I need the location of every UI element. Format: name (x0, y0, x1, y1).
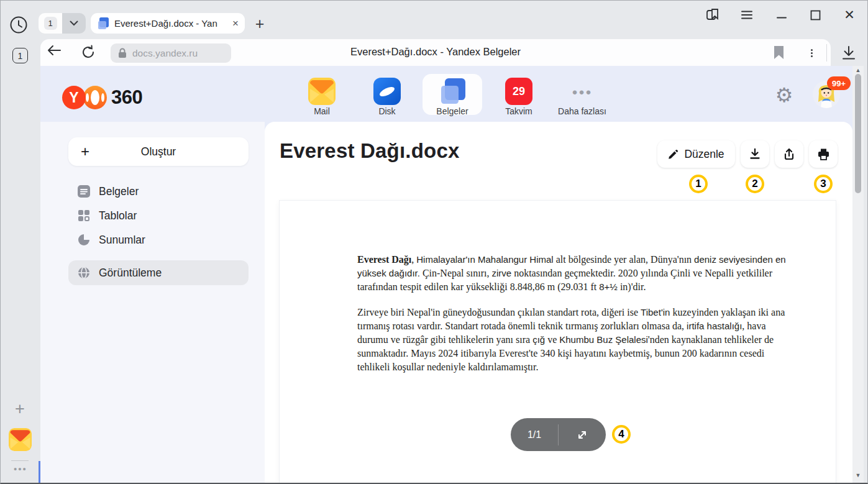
settings-gear-icon[interactable]: ⚙ (774, 84, 795, 106)
edit-button[interactable]: Düzenle (657, 140, 735, 168)
nav-item-more[interactable]: ●●● Daha fazlası (552, 74, 612, 115)
tab-group-count[interactable]: 1 (39, 13, 62, 34)
strip-divider (11, 460, 29, 461)
create-button[interactable]: + Oluştur (68, 137, 249, 166)
paragraph-2: Zirveye biri Nepal'in güneydoğusundan çı… (357, 306, 798, 374)
domain-chip[interactable]: docs.yandex.ru (111, 43, 231, 63)
y360-o-icon (83, 86, 107, 109)
bookmarks-panel-icon[interactable] (705, 7, 721, 23)
nav-item-mail[interactable]: Mail (292, 74, 352, 115)
downloads-icon[interactable] (841, 45, 858, 62)
sidebar-item-sunumlar[interactable]: Sunumlar (68, 227, 249, 252)
history-icon[interactable] (9, 16, 28, 34)
nav-item-belgeler[interactable]: Belgeler (423, 74, 482, 115)
notification-badge: 99+ (827, 76, 851, 90)
page-indicator: 1/1 (511, 429, 558, 441)
download-icon (749, 148, 761, 160)
reload-icon[interactable] (81, 45, 98, 61)
document-list-icon (78, 185, 90, 198)
globe-icon (78, 267, 90, 279)
page-indicator-pill[interactable]: 1/1 (511, 418, 606, 451)
printer-icon (817, 148, 830, 161)
sidebar-item-tablolar[interactable]: Tablolar (68, 203, 249, 228)
browser-actions-icon[interactable] (806, 45, 817, 61)
tab-group-expand[interactable] (62, 13, 86, 34)
strip-more-icon[interactable]: ••• (11, 463, 30, 474)
active-tab[interactable]: Everest+Dağı.docx - Yan × (91, 13, 245, 34)
page-scrollbar[interactable]: ▲ ▼ (852, 66, 864, 483)
back-icon[interactable] (47, 45, 63, 61)
pie-chart-icon (78, 234, 90, 246)
logo-suffix: 360 (111, 86, 142, 109)
new-tab-button[interactable]: + (251, 15, 268, 32)
calendar-icon: 29 (505, 78, 532, 105)
page-title: Everest Dağı.docx (280, 139, 460, 163)
tab-title: Everest+Dağı.docx - Yan (114, 18, 227, 29)
minimize-button[interactable] (774, 7, 790, 23)
addr-divider (826, 44, 827, 62)
window-close-button[interactable]: ✕ (841, 7, 857, 23)
documents-icon (439, 78, 466, 105)
disk-icon (373, 78, 401, 105)
paragraph-1: Everest Dağı, Himalayalar'ın Mahalangur … (357, 253, 798, 294)
scroll-down-icon[interactable]: ▼ (852, 472, 864, 478)
sidebar-item-belgeler[interactable]: Belgeler (68, 179, 249, 204)
pencil-icon (668, 149, 678, 160)
scroll-up-icon[interactable]: ▲ (852, 67, 864, 73)
document-favicon (97, 17, 109, 30)
table-grid-icon (78, 209, 90, 222)
sidebar-tab-counter[interactable]: 1 (12, 48, 28, 63)
share-icon (783, 148, 795, 160)
sidebar-add-icon[interactable]: + (11, 400, 29, 418)
download-button[interactable] (741, 140, 769, 168)
maximize-button[interactable] (807, 7, 823, 23)
callout-2: 2 (746, 175, 764, 193)
print-button[interactable] (809, 140, 838, 168)
web-page: Y 360 Mail Disk Belgeler 29 Takvim ●●● D… (40, 66, 852, 483)
yandex360-logo[interactable]: Y 360 (62, 83, 142, 112)
docs-sidebar (40, 122, 265, 483)
nav-item-takvim[interactable]: 29 Takvim (489, 74, 549, 115)
fullscreen-button[interactable] (559, 429, 606, 441)
domain-text: docs.yandex.ru (132, 48, 198, 59)
callout-3: 3 (814, 175, 833, 193)
bookmark-icon[interactable] (774, 45, 785, 60)
mail-app-icon[interactable] (9, 428, 32, 451)
chevron-down-icon (70, 21, 78, 26)
lock-icon (118, 48, 127, 58)
expand-icon (577, 429, 588, 441)
nav-item-disk[interactable]: Disk (357, 74, 417, 115)
tab-group-chip[interactable]: 1 (39, 13, 86, 34)
browser-side-strip: 1 + ••• (0, 0, 40, 484)
callout-1: 1 (689, 175, 708, 193)
tab-close-icon[interactable]: × (232, 18, 239, 29)
scrollbar-thumb[interactable] (855, 74, 861, 193)
yandex-logo-icon: Y (62, 86, 86, 109)
share-button[interactable] (775, 140, 803, 168)
menu-icon[interactable] (739, 7, 755, 23)
mail-icon (308, 78, 336, 105)
more-dots-icon: ●●● (569, 78, 596, 105)
callout-4: 4 (612, 425, 631, 444)
sidebar-item-goruntuleme[interactable]: Görüntüleme (68, 260, 249, 285)
